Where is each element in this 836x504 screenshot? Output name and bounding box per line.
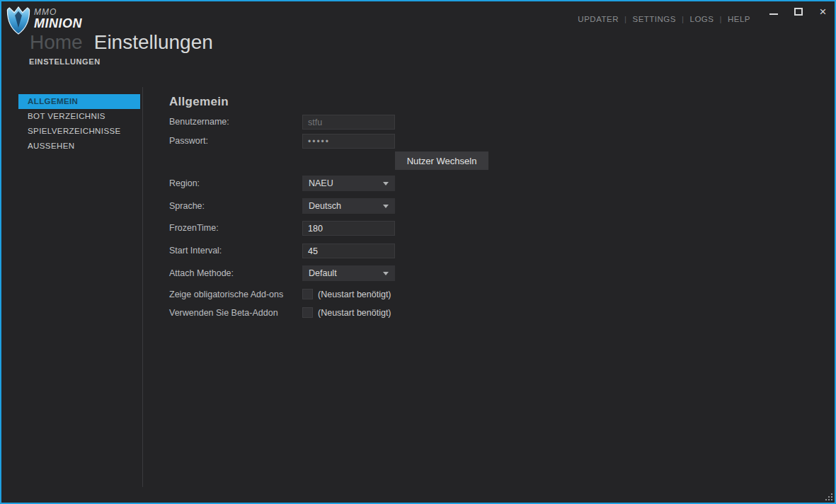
attach-method-value: Default — [309, 268, 337, 278]
username-input[interactable] — [302, 115, 395, 130]
close-button[interactable]: × — [815, 5, 830, 18]
sidebar-item-aussehen[interactable]: AUSSEHEN — [18, 139, 140, 154]
chevron-down-icon — [383, 272, 389, 275]
logo-line2: MINION — [34, 17, 82, 30]
region-value: NAEU — [309, 178, 333, 188]
region-label: Region: — [169, 176, 300, 191]
maximize-button[interactable] — [791, 5, 806, 18]
breadcrumb: Home Einstellungen — [30, 31, 213, 54]
chevron-down-icon — [383, 205, 389, 208]
language-label: Sprache: — [169, 198, 300, 214]
attach-method-label: Attach Methode: — [169, 265, 300, 281]
sidebar-item-bot-verzeichnis[interactable]: BOT VERZEICHNIS — [18, 109, 140, 124]
frozen-time-label: FrozenTime: — [169, 221, 300, 236]
resize-grip[interactable] — [823, 491, 832, 500]
page-title: Allgemein — [169, 95, 229, 109]
show-obligatory-addons-label: Zeige obligatorische Add-ons — [169, 289, 300, 300]
top-menu: UPDATER | SETTINGS | LOGS | HELP — [578, 15, 750, 23]
logo-line1: MMO — [34, 8, 82, 16]
password-label: Passwort: — [169, 134, 300, 149]
attach-method-dropdown[interactable]: Default — [302, 265, 395, 281]
app-window: MMO MINION UPDATER | SETTINGS | LOGS | H… — [0, 0, 836, 504]
use-beta-addon-checkbox[interactable] — [302, 307, 313, 318]
logo-text: MMO MINION — [34, 8, 82, 30]
menu-item-help[interactable]: HELP — [728, 15, 750, 23]
maximize-icon — [794, 8, 803, 16]
show-obligatory-addons-note: (Neustart benötigt) — [318, 289, 391, 300]
chevron-down-icon — [383, 182, 389, 185]
sidebar-item-spielverzeichnisse[interactable]: SPIELVERZEICHNISSE — [18, 124, 140, 139]
nav-einstellungen[interactable]: Einstellungen — [94, 31, 213, 54]
start-interval-input[interactable] — [302, 244, 395, 258]
minimize-button[interactable] — [766, 5, 781, 18]
frozen-time-input[interactable] — [302, 221, 395, 236]
close-icon: × — [820, 6, 827, 18]
switch-user-button[interactable]: Nutzer Wechseln — [395, 151, 488, 170]
menu-item-updater[interactable]: UPDATER — [578, 15, 619, 23]
window-controls: × — [766, 5, 830, 18]
nav-home[interactable]: Home — [30, 31, 83, 54]
use-beta-addon-note: (Neustart benötigt) — [318, 307, 391, 319]
password-input[interactable] — [302, 134, 395, 149]
sidebar-divider — [142, 87, 143, 487]
region-dropdown[interactable]: NAEU — [302, 176, 395, 191]
use-beta-addon-label: Verwenden Sie Beta-Addon — [169, 307, 300, 319]
start-interval-label: Start Interval: — [169, 244, 300, 258]
sidebar-item-allgemein[interactable]: ALLGEMEIN — [18, 94, 140, 109]
menu-separator: | — [719, 15, 722, 23]
menu-item-settings[interactable]: SETTINGS — [632, 15, 676, 23]
settings-sidebar: ALLGEMEIN BOT VERZEICHNIS SPIELVERZEICHN… — [18, 94, 140, 154]
menu-separator: | — [682, 15, 685, 23]
menu-item-logs[interactable]: LOGS — [689, 15, 714, 23]
language-dropdown[interactable]: Deutsch — [302, 198, 395, 214]
section-label: EINSTELLUNGEN — [29, 57, 101, 66]
mmo-minion-logo-icon — [6, 5, 30, 35]
username-label: Benutzername: — [169, 115, 300, 130]
show-obligatory-addons-checkbox[interactable] — [302, 289, 313, 299]
menu-separator: | — [624, 15, 627, 23]
language-value: Deutsch — [309, 201, 341, 211]
minimize-icon — [769, 13, 778, 15]
